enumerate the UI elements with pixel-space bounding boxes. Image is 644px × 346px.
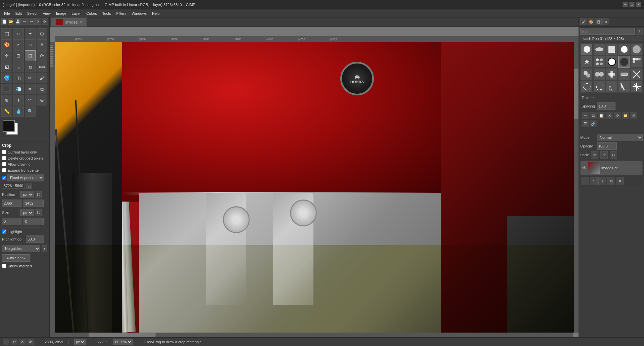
position-chain-button[interactable]: ⛓ xyxy=(35,191,42,198)
foreground-color-swatch[interactable] xyxy=(3,120,15,132)
tool-scissors[interactable]: ✂ xyxy=(13,39,24,50)
brush-cell-14[interactable] xyxy=(618,68,630,80)
brush-filter-input[interactable] xyxy=(580,28,635,35)
undo-button[interactable]: ↩ xyxy=(21,18,28,25)
layer-item-1[interactable]: 👁 image1.cr... xyxy=(580,161,643,175)
menu-layer[interactable]: Layer xyxy=(69,11,84,16)
photo-canvas[interactable]: 🏍 HONDA xyxy=(55,42,574,333)
tool-smudge[interactable]: 〰 xyxy=(25,95,36,105)
auto-shrink-button[interactable]: Auto Shrink xyxy=(2,254,30,262)
tool-paths[interactable]: ⟤ xyxy=(25,39,36,50)
brush-folder-button[interactable]: 📁 xyxy=(622,112,629,119)
h-scrollbar-thumb[interactable] xyxy=(89,333,156,337)
lock-pixels-button[interactable]: ✏ xyxy=(591,151,598,159)
menu-edit[interactable]: Edit xyxy=(13,11,24,16)
tool-select-by-color[interactable]: 🎨 xyxy=(1,39,12,50)
size-chain-button[interactable]: ⛓ xyxy=(35,209,42,216)
tool-heal[interactable]: ⊕ xyxy=(1,95,12,105)
current-layer-only-checkbox[interactable] xyxy=(2,150,6,154)
menu-windows[interactable]: Windows xyxy=(129,11,149,16)
position-y-input[interactable] xyxy=(23,200,44,207)
menu-filters[interactable]: Filters xyxy=(114,11,129,16)
tool-color-picker[interactable]: 💧 xyxy=(13,106,24,117)
fixed-aspect-dropdown[interactable]: Fixed Aspect ratio Fixed Width Fixed Hei… xyxy=(7,174,44,181)
layer-new-button[interactable]: + xyxy=(581,177,589,185)
menu-image[interactable]: Image xyxy=(53,11,69,16)
tool-scale[interactable]: ⬕ xyxy=(1,61,12,72)
tool-crop[interactable]: ⊟ xyxy=(25,50,36,61)
size-x-input[interactable] xyxy=(2,218,22,225)
status-refresh-button[interactable]: ⟳ xyxy=(27,339,34,345)
tool-zoom[interactable]: 🔍 xyxy=(25,106,36,117)
menu-select[interactable]: Select xyxy=(24,11,40,16)
tool-ellipse-select[interactable]: ○ xyxy=(13,28,24,39)
brush-paste-button[interactable]: 📋 xyxy=(598,112,605,119)
brush-cell-10[interactable] xyxy=(631,56,642,68)
menu-help[interactable]: Help xyxy=(149,11,162,16)
allow-growing-checkbox[interactable] xyxy=(2,162,6,166)
tool-eraser[interactable]: ⬛ xyxy=(1,84,12,94)
brush-cell-4[interactable] xyxy=(618,43,630,55)
brush-cell-16[interactable] xyxy=(581,81,593,92)
tool-move[interactable]: ✢ xyxy=(1,50,12,61)
layer-raise-button[interactable]: ↑ xyxy=(590,177,598,185)
position-unit-dropdown[interactable]: px % mm xyxy=(20,191,34,198)
tool-airbrush[interactable]: 💨 xyxy=(13,84,24,94)
cancel-button[interactable]: ✕ xyxy=(35,18,41,25)
menu-tools[interactable]: Tools xyxy=(100,11,114,16)
brush-cell-15[interactable] xyxy=(631,68,642,80)
brush-cell-3[interactable] xyxy=(606,43,617,55)
spacing-input[interactable] xyxy=(597,102,615,110)
save-button[interactable]: 💾 xyxy=(15,18,21,25)
refresh-button[interactable]: ⟳ xyxy=(42,18,48,25)
position-x-input[interactable] xyxy=(2,200,22,207)
rpt-icon-1[interactable]: 🖌 xyxy=(580,18,587,25)
tool-dodge-burn[interactable]: ☀ xyxy=(13,95,24,105)
brush-edit-button[interactable]: ✏ xyxy=(582,112,589,119)
guides-chevron-icon[interactable]: ▼ xyxy=(42,245,47,252)
tool-clone[interactable]: ⧉ xyxy=(37,84,47,94)
menu-colors[interactable]: Colors xyxy=(84,11,100,16)
status-back-button[interactable]: ← xyxy=(3,339,9,345)
lock-position-button[interactable]: ✢ xyxy=(600,151,608,159)
minimize-button[interactable]: ─ xyxy=(623,2,628,7)
lock-alpha-button[interactable]: ⊡ xyxy=(610,151,617,159)
brush-delete-button[interactable]: ✕ xyxy=(606,112,613,119)
guides-dropdown[interactable]: No guides Rule of thirds Center lines xyxy=(2,245,40,252)
opacity-input[interactable] xyxy=(597,142,617,150)
tool-shear[interactable]: ⟓ xyxy=(13,61,24,72)
tool-blend[interactable]: ◫ xyxy=(13,73,24,83)
tool-rotate[interactable]: ⟳ xyxy=(37,50,47,61)
menu-file[interactable]: File xyxy=(1,11,13,16)
brush-cell-6[interactable]: ★ xyxy=(581,56,593,68)
rpt-icon-3[interactable]: 🖼 xyxy=(595,18,602,25)
layer-lower-button[interactable]: ↓ xyxy=(598,177,606,185)
highlight-opacity-input[interactable] xyxy=(26,235,44,243)
brush-cell-2[interactable] xyxy=(593,43,605,55)
v-scrollbar-thumb[interactable] xyxy=(574,69,579,119)
brush-cell-19[interactable] xyxy=(618,81,630,92)
tool-perspective[interactable]: ⟏ xyxy=(25,61,36,72)
rpt-icon-4[interactable]: ⚙ xyxy=(602,18,609,25)
status-undo-button[interactable]: ↩ xyxy=(11,339,17,345)
brush-options-button[interactable]: ⋮ xyxy=(636,28,643,35)
brush-cell-12[interactable] xyxy=(593,68,605,80)
shrink-merged-checkbox[interactable] xyxy=(2,264,6,268)
size-reset-button[interactable]: ⬚ xyxy=(26,183,32,189)
menu-view[interactable]: View xyxy=(40,11,53,16)
rpt-icon-2[interactable]: 🎨 xyxy=(588,18,594,25)
brush-cell-11[interactable] xyxy=(581,68,593,80)
highlight-checkbox[interactable] xyxy=(2,229,6,234)
brush-cell-17[interactable] xyxy=(593,81,605,92)
mode-dropdown[interactable]: Normal Multiply Screen Overlay xyxy=(597,134,643,141)
delete-cropped-checkbox[interactable] xyxy=(2,156,6,160)
tool-paintbrush[interactable]: 🖌 xyxy=(37,73,47,83)
expand-center-checkbox[interactable] xyxy=(2,168,6,172)
tool-bucket-fill[interactable]: 🪣 xyxy=(1,73,12,83)
brush-cell-18[interactable]: g xyxy=(606,81,617,92)
fixed-aspect-checkbox[interactable] xyxy=(2,176,6,180)
redo-button[interactable]: ↪ xyxy=(29,18,35,25)
brush-cell-7[interactable] xyxy=(593,56,605,68)
tool-flip[interactable]: ⟺ xyxy=(37,61,47,72)
status-unit-dropdown[interactable]: px % xyxy=(74,339,86,345)
